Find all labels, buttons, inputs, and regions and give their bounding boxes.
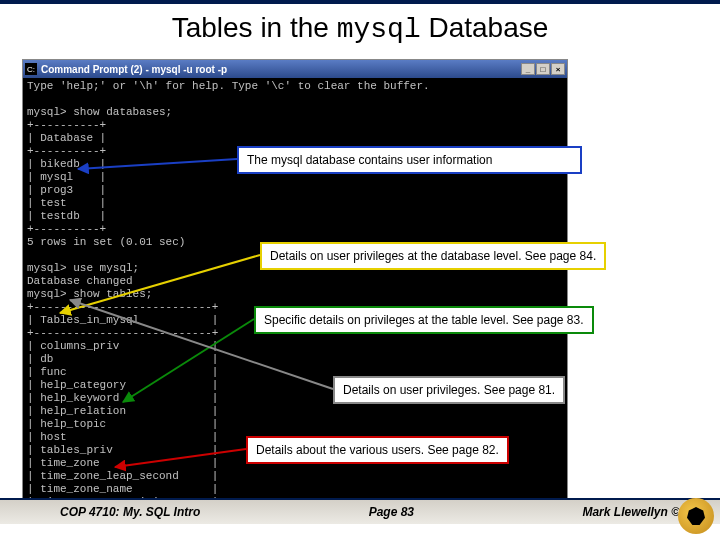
close-button[interactable]: × bbox=[551, 63, 565, 75]
footer: COP 4710: My. SQL Intro Page 83 Mark Lle… bbox=[0, 498, 720, 524]
bottom-strip bbox=[0, 524, 720, 540]
title-pre: Tables in the bbox=[172, 12, 337, 43]
callout-db-priv: Details on user privileges at the databa… bbox=[260, 242, 606, 270]
callout-columns-priv: Details on user privileges. See page 81. bbox=[333, 376, 565, 404]
callout-user: Details about the various users. See pag… bbox=[246, 436, 509, 464]
title-post: Database bbox=[421, 12, 549, 43]
ucf-logo bbox=[678, 498, 714, 534]
window-buttons: _ □ × bbox=[521, 63, 565, 75]
title-mono: mysql bbox=[337, 14, 421, 45]
callout-mysql-db: The mysql database contains user informa… bbox=[237, 146, 582, 174]
slide: Tables in the mysql Database C: Command … bbox=[0, 0, 720, 540]
window-title: Command Prompt (2) - mysql -u root -p bbox=[41, 64, 521, 75]
window-titlebar: C: Command Prompt (2) - mysql -u root -p… bbox=[23, 60, 567, 78]
slide-title: Tables in the mysql Database bbox=[0, 4, 720, 51]
footer-course: COP 4710: My. SQL Intro bbox=[60, 505, 200, 519]
cmd-icon: C: bbox=[25, 63, 37, 75]
minimize-button[interactable]: _ bbox=[521, 63, 535, 75]
footer-page: Page 83 bbox=[369, 505, 414, 519]
footer-author: Mark Llewellyn © bbox=[582, 505, 680, 519]
maximize-button[interactable]: □ bbox=[536, 63, 550, 75]
callout-tables-priv: Specific details on privileges at the ta… bbox=[254, 306, 594, 334]
